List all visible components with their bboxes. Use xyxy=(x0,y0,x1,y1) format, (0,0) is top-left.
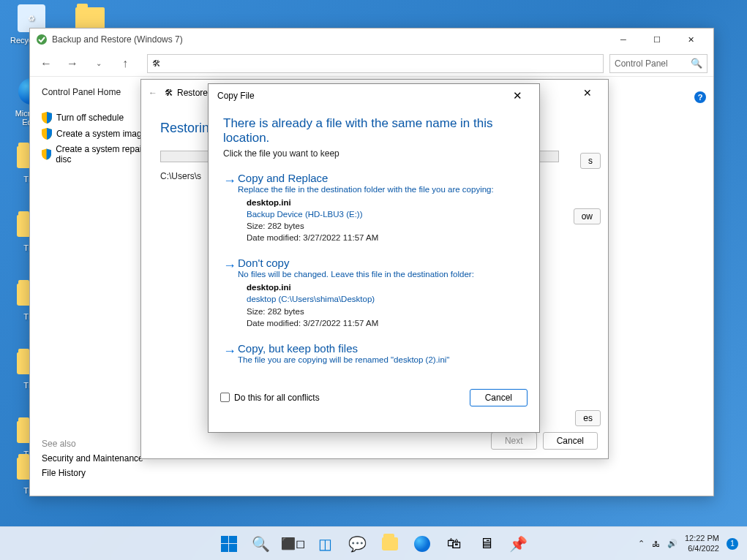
dest-size: Size: 282 bytes xyxy=(247,306,522,317)
app-button-2[interactable]: 📌 xyxy=(504,529,533,559)
search-icon: 🔍 xyxy=(691,58,702,69)
wizard-close-button[interactable]: ✕ xyxy=(574,80,601,106)
keep-both-option[interactable]: → Copy, but keep both files The file you… xyxy=(223,336,525,371)
window-title: Backup and Restore (Windows 7) xyxy=(52,34,183,45)
store-button[interactable]: 🛍 xyxy=(440,529,469,559)
titlebar[interactable]: Backup and Restore (Windows 7) ─ ☐ ✕ xyxy=(30,29,713,50)
tray-volume-icon[interactable]: 🔊 xyxy=(667,539,677,548)
dialog-heading: There is already a file with the same na… xyxy=(223,116,525,145)
shield-icon xyxy=(42,148,51,160)
create-system-image-link[interactable]: Create a system image xyxy=(56,129,146,139)
recent-dropdown[interactable]: ⌄ xyxy=(89,53,109,74)
copy-replace-desc: Replace the file in the destination fold… xyxy=(238,185,522,194)
tray-chevron-icon[interactable]: ⌃ xyxy=(638,539,645,548)
dont-copy-option[interactable]: → Don't copy No files will be changed. L… xyxy=(223,251,525,336)
task-view-button[interactable]: ⬛◻ xyxy=(279,529,308,559)
taskbar-clock[interactable]: 12:22 PM 6/4/2022 xyxy=(685,534,719,553)
source-filename: desktop.ini xyxy=(247,197,522,208)
control-panel-home-link[interactable]: Control Panel Home xyxy=(42,87,156,97)
help-icon[interactable]: ? xyxy=(694,91,706,103)
dest-location: desktop (C:\Users\shima\Desktop) xyxy=(247,293,522,305)
turn-off-schedule-link[interactable]: Turn off schedule xyxy=(56,113,124,123)
explorer-button[interactable] xyxy=(375,529,405,559)
edge-taskbar-button[interactable] xyxy=(408,529,437,559)
dest-filename: desktop.ini xyxy=(247,281,522,293)
tray-network-icon[interactable]: 🖧 xyxy=(652,540,660,548)
dialog-subtext: Click the file you want to keep xyxy=(223,148,525,159)
minimize-button[interactable]: ─ xyxy=(607,29,640,50)
wizard-cancel-button[interactable]: Cancel xyxy=(543,432,598,450)
chat-button[interactable]: 💬 xyxy=(343,529,372,559)
navigation-row: ← → ⌄ ↑ 🛠 Control Panel 🔍 xyxy=(30,50,713,77)
taskbar: 🔍 ⬛◻ ◫ 💬 🛍 🖥 📌 ⌃ 🖧 🔊 12:22 PM 6/4/2022 1 xyxy=(0,526,747,560)
copy-file-dialog: Copy File ✕ There is already a file with… xyxy=(208,83,540,433)
address-bar[interactable]: 🛠 xyxy=(147,54,604,73)
notification-badge[interactable]: 1 xyxy=(727,538,738,550)
see-also-header: See also xyxy=(42,439,143,449)
dont-copy-title: Don't copy xyxy=(238,257,522,269)
dialog-close-button[interactable]: ✕ xyxy=(504,84,530,107)
up-button[interactable]: ↑ xyxy=(115,53,135,74)
checkbox-icon[interactable] xyxy=(220,393,230,402)
search-button[interactable]: 🔍 xyxy=(247,529,276,559)
copy-replace-title: Copy and Replace xyxy=(238,172,522,184)
start-button[interactable] xyxy=(214,529,244,559)
source-location: Backup Device (HD-LBU3 (E:)) xyxy=(247,208,522,220)
dialog-cancel-button[interactable]: Cancel xyxy=(470,389,528,406)
shield-icon xyxy=(42,112,52,124)
dialog-title: Copy File xyxy=(217,91,255,101)
close-button[interactable]: ✕ xyxy=(674,29,707,50)
all-conflicts-checkbox-row[interactable]: Do this for all conflicts xyxy=(220,393,320,403)
keep-both-desc: The file you are copying will be renamed… xyxy=(238,355,522,364)
next-button[interactable]: Next xyxy=(491,432,537,450)
partial-button-ow[interactable]: ow xyxy=(574,208,601,224)
dont-copy-desc: No files will be changed. Leave this fil… xyxy=(238,270,522,279)
shield-icon xyxy=(42,128,52,140)
wizard-icon: 🛠 xyxy=(165,88,173,98)
search-box[interactable]: Control Panel 🔍 xyxy=(609,54,707,73)
maximize-button[interactable]: ☐ xyxy=(640,29,674,50)
partial-button-es[interactable]: es xyxy=(575,410,601,426)
source-date: Date modified: 3/27/2022 11:57 AM xyxy=(247,232,522,243)
arrow-icon: → xyxy=(223,258,236,273)
forward-button[interactable]: → xyxy=(62,53,83,74)
dest-date: Date modified: 3/27/2022 11:57 AM xyxy=(247,317,522,329)
arrow-icon: → xyxy=(223,173,236,189)
widgets-button[interactable]: ◫ xyxy=(311,529,340,559)
wizard-back-icon[interactable]: ← xyxy=(149,88,157,98)
security-maintenance-link[interactable]: Security and Maintenance xyxy=(42,453,143,463)
svg-point-0 xyxy=(37,34,47,45)
source-size: Size: 282 bytes xyxy=(247,220,522,232)
file-history-link[interactable]: File History xyxy=(42,468,143,478)
copy-replace-option[interactable]: → Copy and Replace Replace the file in t… xyxy=(223,166,525,251)
all-conflicts-label: Do this for all conflicts xyxy=(234,393,320,403)
app-button-1[interactable]: 🖥 xyxy=(472,529,501,559)
wizard-heading: Restore xyxy=(177,88,208,98)
app-icon xyxy=(36,34,48,45)
keep-both-title: Copy, but keep both files xyxy=(238,342,522,355)
back-button[interactable]: ← xyxy=(36,53,56,74)
arrow-icon: → xyxy=(223,344,236,359)
partial-button-s[interactable]: s xyxy=(580,153,601,169)
